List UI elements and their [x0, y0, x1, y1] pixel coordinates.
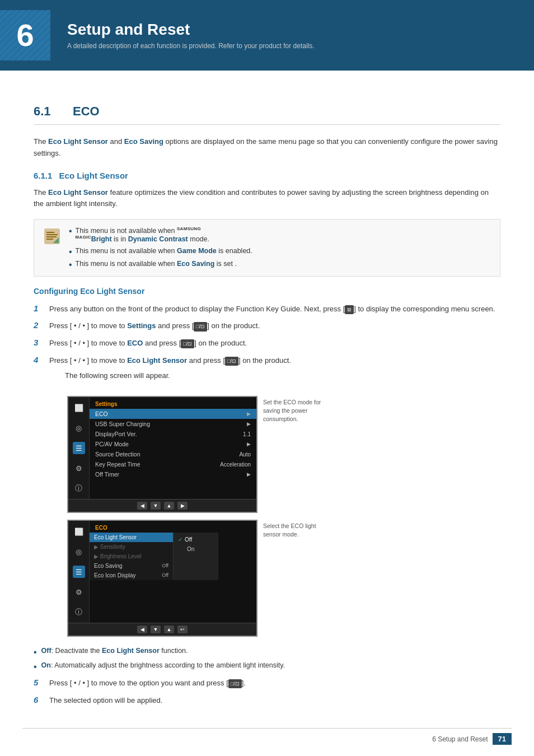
screen-menu-title-2: ECO: [90, 523, 256, 533]
enter-icon-5: □/⊡: [228, 679, 242, 688]
screens-container: ⬜ ◎ ☰ ⚙ ⓘ Settings ECO▶ USB Super Chargi…: [67, 396, 500, 637]
step-1: 1 Press any button on the front of the p…: [34, 304, 500, 315]
screen-sidebar-1: ⬜ ◎ ☰ ⚙ ⓘ: [68, 397, 90, 499]
screen-item-eco: ECO▶: [90, 409, 256, 419]
popup-off-label: Off: [185, 536, 192, 543]
nav-down-btn-2: ▼: [151, 626, 161, 633]
sidebar-monitor-icon-2: ⬜: [73, 525, 85, 538]
step-num-4: 4: [34, 355, 44, 365]
step-text-2: Press [ • / • ] to move to Settings and …: [49, 320, 500, 332]
note-text-1: This menu is not available when SAMSUNGM…: [76, 226, 209, 243]
main-content: 6.1 ECO The Eco Light Sensor and Eco Sav…: [0, 71, 534, 745]
bullet-on-icon: •: [34, 661, 37, 672]
step-text-1: Press any button on the front of the pro…: [49, 304, 500, 315]
screen-annotation-1: Set the ECO mode for saving the power co…: [263, 396, 330, 423]
submenu-item-eco-light: Eco Light Sensor: [90, 533, 173, 542]
step-num-2: 2: [34, 320, 44, 330]
note-icon: [43, 227, 61, 245]
nav-up-btn: ▲: [164, 502, 174, 510]
screen-content-1: Settings ECO▶ USB Super Charging▶ Displa…: [90, 397, 256, 499]
bullet-off-icon: •: [34, 647, 37, 657]
screen-row-1: ⬜ ◎ ☰ ⚙ ⓘ Settings ECO▶ USB Super Chargi…: [67, 396, 330, 513]
on-label: On: [41, 661, 51, 669]
submenu-item-icon: Eco Icon DisplayOff: [90, 571, 173, 580]
screen-nav-2: ◀ ▼ ▲ ↩: [68, 623, 256, 636]
step-4: 4 Press [ • / • ] to move to Eco Light S…: [34, 355, 500, 386]
svg-rect-3: [46, 236, 57, 237]
page-header: 6 Setup and Reset A detailed description…: [0, 0, 534, 71]
sidebar-info-icon-2: ⓘ: [73, 606, 85, 618]
submenu-popup: ✓ Off On: [174, 533, 218, 580]
step-text-5: Press [ • / • ] to move to the option yo…: [49, 678, 500, 689]
submenu-main: Eco Light Sensor ▶ Sensitivity ▶ Brightn…: [90, 533, 174, 580]
config-heading: Configuring Eco Light Sensor: [34, 287, 500, 296]
subsection-num: 6.1.1: [34, 171, 52, 180]
screen-item-keyrepeat: Key Repeat TimeAcceleration: [90, 459, 256, 469]
step-num-5: 5: [34, 678, 44, 687]
step-4-sub: The following screen will appear.: [65, 370, 500, 382]
screen-item-source: Source DetectionAuto: [90, 449, 256, 459]
note-box: • This menu is not available when SAMSUN…: [34, 219, 500, 276]
section-num: 6.1: [34, 104, 62, 119]
bullet-icon-3: •: [69, 260, 72, 269]
enter-icon-2: □/⊡: [194, 322, 207, 331]
sidebar-settings-icon: ☰: [73, 442, 85, 454]
step-num-1: 1: [34, 304, 44, 313]
nav-return-btn: ↩: [177, 626, 188, 633]
screen-content-2: ECO Eco Light Sensor ▶ Sensitivity: [90, 521, 256, 623]
options-list: • Off: Deactivate the Eco Light Sensor f…: [34, 647, 500, 671]
step-text-6: The selected option will be applied.: [49, 695, 500, 707]
step-num-6: 6: [34, 695, 44, 704]
note-lines: • This menu is not available when SAMSUN…: [69, 226, 252, 269]
eco-saving-ref1: Eco Saving: [124, 137, 163, 146]
screen-sidebar-2: ⬜ ◎ ☰ ⚙ ⓘ: [68, 521, 90, 623]
sidebar-monitor-icon: ⬜: [73, 402, 85, 414]
note-line-3: • This menu is not available when Eco Sa…: [69, 260, 252, 269]
intro-paragraph: The Eco Light Sensor and Eco Saving opti…: [34, 136, 500, 160]
subsection-header: 6.1.1 Eco Light Sensor: [34, 171, 500, 180]
subsection-name: Eco Light Sensor: [59, 171, 128, 180]
page-footer: 6 Setup and Reset 71: [22, 728, 512, 745]
steps-list: 1 Press any button on the front of the p…: [34, 304, 500, 386]
settings-ref: Settings: [127, 321, 156, 330]
submenu-item-saving: Eco SavingOff: [90, 561, 173, 571]
section-name: ECO: [73, 104, 100, 119]
steps-list-2: 5 Press [ • / • ] to move to the option …: [34, 678, 500, 707]
screen-item-pcav: PC/AV Mode▶: [90, 439, 256, 449]
section-header: 6.1 ECO: [34, 104, 500, 125]
svg-rect-4: [46, 239, 53, 240]
screen-menu-title-1: Settings: [90, 399, 256, 409]
step-2: 2 Press [ • / • ] to move to Settings an…: [34, 320, 500, 332]
enter-icon-4: □/⊡: [225, 357, 238, 366]
header-title: Setup and Reset: [67, 21, 315, 39]
step-text-4: Press [ • / • ] to move to Eco Light Sen…: [49, 355, 500, 386]
chapter-number: 6: [16, 20, 34, 51]
screen-item-usb: USB Super Charging▶: [90, 419, 256, 429]
step-3: 3 Press [ • / • ] to move to ECO and pre…: [34, 338, 500, 349]
header-text: Setup and Reset A detailed description o…: [50, 21, 315, 50]
screen-item-offtimer: Off Timer▶: [90, 469, 256, 479]
option-off-text: Off: Deactivate the Eco Light Sensor fun…: [41, 647, 188, 655]
off-label: Off: [41, 647, 51, 655]
nav-left-btn-2: ◀: [137, 626, 147, 633]
option-on-text: On: Automatically adjust the brightness …: [41, 661, 285, 669]
nav-right-btn: ▶: [177, 502, 188, 510]
option-on: • On: Automatically adjust the brightnes…: [34, 661, 500, 672]
note-line-1: • This menu is not available when SAMSUN…: [69, 226, 252, 243]
menu-button-icon: ⊞: [345, 305, 354, 314]
sidebar-gear-icon-2: ⚙: [73, 586, 85, 598]
footer-right: 6 Setup and Reset 71: [432, 733, 512, 745]
eco-light-sensor-ref1: Eco Light Sensor: [48, 137, 108, 146]
submenu-item-brightness: ▶ Brightness Level: [90, 552, 173, 561]
svg-rect-1: [46, 232, 54, 233]
eco-saving-ref2: Eco Saving: [177, 260, 214, 268]
footer-page-num: 71: [493, 733, 512, 745]
nav-up-btn-2: ▲: [164, 626, 174, 633]
step-5: 5 Press [ • / • ] to move to the option …: [34, 678, 500, 689]
header-subtitle: A detailed description of each function …: [67, 42, 315, 50]
sidebar-info-icon: ⓘ: [73, 482, 85, 494]
dynamic-contrast-ref: Dynamic Contrast: [128, 236, 188, 244]
bullet-icon-1: •: [69, 227, 72, 236]
note-line-2: • This menu is not available when Game M…: [69, 247, 252, 256]
note-text-3: This menu is not available when Eco Savi…: [76, 260, 237, 268]
